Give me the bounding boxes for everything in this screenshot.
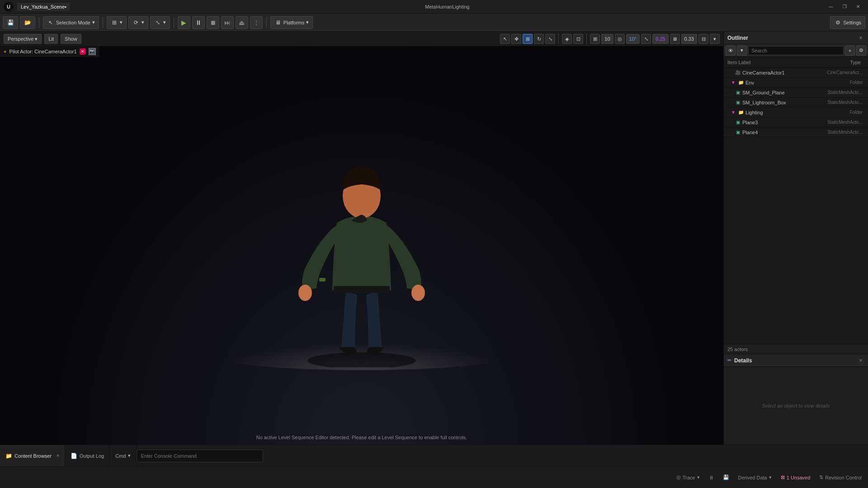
outliner-item-camera[interactable]: 🎥 CineCameraActor1 CineCameraAct... bbox=[724, 68, 868, 78]
outliner-item-env[interactable]: ▼ 📁 Env Folder bbox=[724, 78, 868, 88]
trace-icon: ◎ bbox=[676, 474, 681, 480]
skip-btn[interactable]: ⏭ bbox=[221, 16, 234, 29]
pause-status[interactable]: ⏸ bbox=[706, 471, 717, 484]
play-btn[interactable]: ▶ bbox=[178, 16, 190, 29]
close-btn[interactable]: ✕ bbox=[852, 2, 864, 11]
ue-logo[interactable]: U bbox=[4, 2, 14, 12]
layout-btn[interactable]: ⊟ bbox=[698, 34, 708, 44]
content-browser-icon: 📁 bbox=[5, 453, 12, 459]
derived-label: Derived Data bbox=[738, 475, 767, 480]
snap-icon: ⊞ bbox=[111, 19, 118, 26]
scale1-btn[interactable]: ⤡ bbox=[641, 34, 651, 44]
trace-label: Trace bbox=[683, 475, 695, 480]
perspective-btn[interactable]: Perspective ▾ bbox=[4, 34, 42, 44]
angle-btn[interactable]: ◎ bbox=[615, 34, 625, 44]
outliner-settings-btn[interactable]: ⚙ bbox=[856, 46, 866, 56]
snap-grid-btn[interactable]: ⊞ ▾ bbox=[107, 16, 127, 29]
more-icon: ⋮ bbox=[253, 19, 259, 26]
outliner-item-lightbox[interactable]: ▣ SM_Lightroom_Box StaticMeshActo... bbox=[724, 98, 868, 108]
pause-btn[interactable]: ⏸ bbox=[192, 16, 205, 29]
surface-snap-btn[interactable]: ◈ bbox=[562, 34, 572, 44]
vp-settings-btn[interactable]: ▾ bbox=[710, 34, 720, 44]
content-browser-close[interactable]: × bbox=[57, 453, 59, 458]
revision-icon: ⇅ bbox=[819, 474, 823, 480]
mesh-icon-plane3: ▣ bbox=[735, 119, 741, 126]
item-type-plane4: StaticMeshActo... bbox=[812, 130, 866, 135]
outliner-title: Outliner bbox=[727, 35, 748, 41]
outliner-filter-btn[interactable]: ▾ bbox=[737, 46, 747, 56]
scale2-btn[interactable]: 🖥 bbox=[670, 34, 680, 44]
mesh-icon-plane4: ▣ bbox=[735, 129, 741, 136]
svg-point-0 bbox=[307, 352, 416, 367]
derived-data-status[interactable]: Derived Data ▾ bbox=[736, 471, 774, 484]
details-pencil-icon: ✏ bbox=[727, 357, 731, 363]
viewport-toolbar: Perspective ▾ Lit Show ↖ ✥ ⊞ ↻ ⤡ ◈ ⊡ ⊞ bbox=[0, 32, 723, 46]
pilot-cam-icon: 📷 bbox=[89, 48, 96, 55]
outliner-eye-btn[interactable]: 👁 bbox=[726, 46, 736, 56]
save-status[interactable]: 💾 bbox=[720, 471, 732, 484]
stop-btn[interactable]: ⏹ bbox=[207, 16, 219, 29]
revision-label: Revision Control bbox=[825, 475, 862, 480]
settings-btn[interactable]: ⚙ Settings bbox=[830, 16, 865, 29]
select-tool-btn[interactable]: ↖ bbox=[500, 34, 510, 44]
sep-vp bbox=[558, 33, 559, 44]
save-btn[interactable]: 💾 bbox=[3, 16, 18, 29]
scale-tool-btn[interactable]: ⤡ bbox=[545, 34, 555, 44]
outliner-search[interactable] bbox=[748, 46, 844, 55]
open-btn[interactable]: 📂 bbox=[20, 16, 35, 29]
show-btn[interactable]: Show bbox=[61, 34, 81, 44]
selection-mode-arrow: ▾ bbox=[92, 19, 95, 25]
details-header: ✏ Details × bbox=[724, 354, 868, 367]
svg-point-2 bbox=[298, 285, 312, 301]
outliner-item-plane3[interactable]: ▣ Plane3 StaticMeshActo... bbox=[724, 117, 868, 127]
output-log-icon: 📄 bbox=[71, 453, 77, 459]
platforms-arrow: ▾ bbox=[306, 19, 309, 25]
svg-point-3 bbox=[411, 285, 425, 301]
outliner-item-lighting[interactable]: ▼ 📁 Lighting Folder bbox=[724, 108, 868, 117]
cmd-arrow: ▾ bbox=[128, 453, 131, 459]
unsaved-status[interactable]: ⊠ 1 Unsaved bbox=[778, 471, 813, 484]
grid-num-badge: 10 bbox=[601, 34, 613, 44]
trace-status[interactable]: ◎ Trace ▾ bbox=[674, 471, 703, 484]
cmd-input[interactable] bbox=[137, 450, 263, 462]
pause-icon: ⏸ bbox=[195, 19, 202, 26]
maximize-btn[interactable]: ❐ bbox=[838, 2, 851, 11]
scale2-val: 0.33 bbox=[684, 36, 694, 42]
outliner-add-btn[interactable]: + bbox=[845, 46, 855, 56]
outliner-close-btn[interactable]: × bbox=[857, 34, 864, 42]
output-log-tab[interactable]: 📄 Output Log bbox=[65, 445, 110, 466]
selection-mode-btn[interactable]: ↖ Selection Mode ▾ bbox=[43, 16, 99, 29]
platforms-label: Platforms bbox=[283, 20, 304, 25]
eject-btn[interactable]: ⏏ bbox=[236, 16, 248, 29]
outliner-header: Outliner × bbox=[724, 32, 868, 44]
scene-tab[interactable]: Lev_Yazkua_Scene• bbox=[17, 3, 70, 11]
outliner-item-ground[interactable]: ▣ SM_Ground_Plane StaticMeshActo... bbox=[724, 88, 868, 98]
move-tool-btn[interactable]: ✥ bbox=[511, 34, 521, 44]
right-panel: Outliner × 👁 ▾ + ⚙ Item Label Type 🎥 Cin… bbox=[723, 32, 868, 445]
pilot-icon: + bbox=[4, 49, 6, 54]
grid-num: 10 bbox=[604, 36, 610, 42]
minimize-btn[interactable]: — bbox=[825, 2, 837, 11]
camera-speed-btn[interactable]: ⊡ bbox=[573, 34, 583, 44]
cmd-tab[interactable]: Cmd ▾ bbox=[110, 445, 137, 466]
snap-scale-btn[interactable]: ⤡ ▾ bbox=[150, 16, 170, 29]
revision-control-status[interactable]: ⇅ Revision Control bbox=[816, 471, 864, 484]
viewport[interactable]: Perspective ▾ Lit Show ↖ ✥ ⊞ ↻ ⤡ ◈ ⊡ ⊞ bbox=[0, 32, 723, 445]
more-btn[interactable]: ⋮ bbox=[250, 16, 263, 29]
platforms-btn[interactable]: 🖥 Platforms ▾ bbox=[270, 16, 313, 29]
outliner-table-header: Item Label Type bbox=[724, 57, 868, 68]
bottom-status-bar: ◎ Trace ▾ ⏸ 💾 Derived Data ▾ ⊠ 1 Unsaved… bbox=[0, 466, 868, 488]
open-icon: 📂 bbox=[24, 19, 31, 26]
item-type-env: Folder bbox=[812, 80, 866, 85]
outliner-item-plane4[interactable]: ▣ Plane4 StaticMeshActo... bbox=[724, 127, 868, 137]
rotate-tool-btn[interactable]: ↻ bbox=[534, 34, 544, 44]
content-browser-tab[interactable]: 📁 Content Browser × bbox=[0, 445, 65, 466]
snap-rotation-btn[interactable]: ⟳ ▾ bbox=[128, 16, 148, 29]
pilot-close-btn[interactable]: ✕ bbox=[80, 48, 86, 55]
active-tool-btn[interactable]: ⊞ bbox=[523, 34, 533, 44]
lit-btn[interactable]: Lit bbox=[44, 34, 58, 44]
details-close-btn[interactable]: × bbox=[857, 357, 864, 364]
selection-mode-label: Selection Mode bbox=[56, 20, 90, 25]
scale-arrow: ▾ bbox=[163, 19, 166, 25]
grid-btn[interactable]: ⊞ bbox=[590, 34, 600, 44]
